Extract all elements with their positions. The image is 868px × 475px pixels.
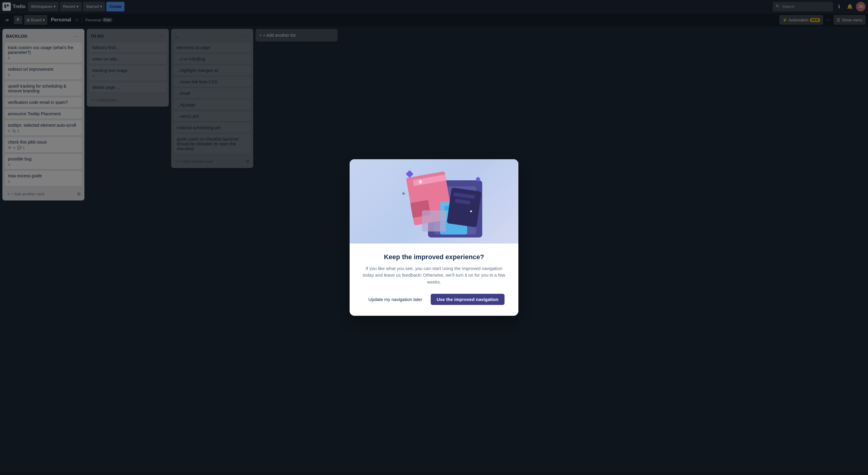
illustration-container [374,162,494,240]
modal-title: Keep the improved experience? [362,253,506,261]
update-later-button[interactable]: Update my navigation later [364,294,427,305]
modal-content: Keep the improved experience? If you lik… [350,243,518,316]
modal-overlay[interactable]: Keep the improved experience? If you lik… [0,0,868,475]
modal-actions: Update my navigation later Use the impro… [362,294,506,305]
modal-illustration [350,159,518,243]
modal-body-text: If you like what you see, you can start … [362,265,506,286]
use-improved-nav-button[interactable]: Use the improved navigation [431,294,504,305]
keep-experience-modal: Keep the improved experience? If you lik… [350,159,518,316]
